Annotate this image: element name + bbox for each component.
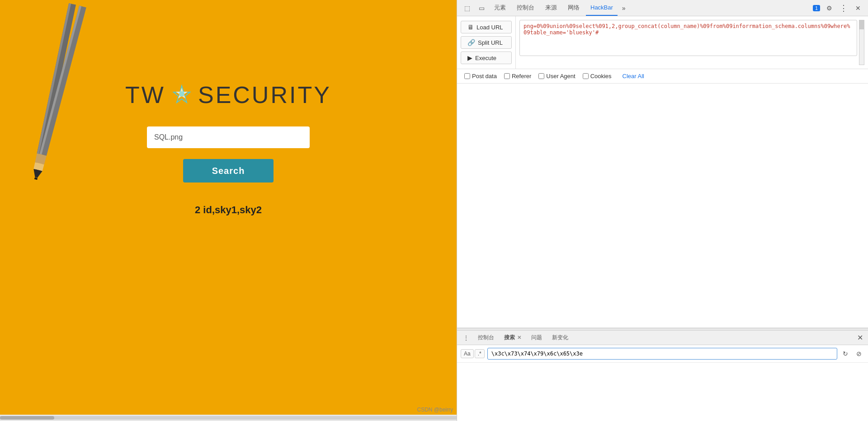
console-tabs: ⋮ 控制台 搜索 ✕ 问题 新变化 ✕: [457, 331, 868, 345]
watermark: CSDN @beirry: [417, 407, 453, 413]
webpage-container: TW SECURITY Search 2 id,sky1,sky2 CSDN @…: [0, 0, 457, 421]
tab-hackbar[interactable]: HackBar: [586, 0, 618, 16]
tab-network[interactable]: 网络: [563, 0, 584, 16]
star-icon: [171, 84, 193, 106]
more-options-icon: ⋮: [840, 3, 848, 13]
close-devtools-icon: ✕: [855, 5, 861, 12]
cookies-checkbox-label[interactable]: Cookies: [583, 73, 612, 80]
settings-icon: ⚙: [826, 5, 832, 12]
url-scrollbar[interactable]: [859, 20, 864, 65]
user-agent-checkbox[interactable]: [538, 73, 544, 79]
console-menu-button[interactable]: ⋮: [460, 332, 472, 344]
svg-rect-7: [39, 5, 81, 154]
split-url-button[interactable]: 🔗 Split URL: [461, 36, 512, 49]
svg-point-14: [179, 91, 184, 97]
checkboxes-row: Post data Referer User Agent Cookies Cle…: [457, 69, 868, 84]
tab-sources[interactable]: 来源: [541, 0, 561, 16]
hackbar-url-area: png=0%09union%09select%091,2,group_conca…: [516, 16, 868, 69]
bottom-scrollbar[interactable]: [0, 415, 457, 421]
more-options-button[interactable]: ⋮: [837, 2, 850, 14]
tab-elements[interactable]: 元素: [490, 0, 510, 16]
hackbar-main: 🖥 Load URL 🔗 Split URL ▶ Execute png=0%0…: [457, 16, 868, 69]
referer-checkbox[interactable]: [504, 73, 510, 79]
console-tab-changes[interactable]: 新变化: [547, 331, 573, 345]
console-tab-search[interactable]: 搜索 ✕: [500, 331, 526, 345]
console-area: ⋮ 控制台 搜索 ✕ 问题 新变化 ✕: [457, 331, 868, 421]
url-scrollbar-thumb: [859, 20, 864, 29]
notification-badge: 1: [813, 5, 820, 11]
console-search-input[interactable]: [487, 348, 837, 360]
console-close-icon: ✕: [857, 333, 863, 342]
site-title-part1: TW: [125, 81, 165, 108]
clear-all-link[interactable]: Clear All: [623, 73, 644, 80]
device-toolbar-button[interactable]: ▭: [475, 2, 488, 14]
more-tabs-button[interactable]: »: [619, 5, 628, 12]
cookies-checkbox[interactable]: [583, 73, 589, 79]
devtools-panel: ⬚ ▭ 元素 控制台 来源 网络 HackBar » 1: [457, 0, 868, 421]
search-refresh-icon: ↻: [843, 350, 848, 357]
tab-console[interactable]: 控制台: [512, 0, 539, 16]
search-cancel-button[interactable]: ⊘: [854, 348, 864, 359]
user-agent-checkbox-label[interactable]: User Agent: [538, 73, 575, 80]
search-refresh-button[interactable]: ↻: [840, 348, 851, 359]
scrollbar-thumb: [0, 416, 54, 420]
console-close-button[interactable]: ✕: [854, 332, 865, 343]
site-title-part2: SECURITY: [198, 81, 331, 108]
pencil-decoration: [0, 0, 122, 190]
console-tab-issues[interactable]: 问题: [527, 331, 547, 345]
load-url-icon: 🖥: [467, 23, 474, 31]
settings-button[interactable]: ⚙: [823, 2, 835, 14]
hackbar-content-area: [457, 84, 868, 328]
inspect-icon: ⬚: [464, 5, 470, 12]
url-textarea[interactable]: png=0%09union%09select%091,2,group_conca…: [519, 20, 857, 56]
console-content: [457, 363, 868, 421]
device-icon: ▭: [479, 5, 485, 12]
site-title: TW SECURITY: [125, 81, 331, 108]
search-input[interactable]: [147, 126, 310, 148]
hackbar-left-buttons: 🖥 Load URL 🔗 Split URL ▶ Execute: [457, 16, 516, 69]
referer-checkbox-label[interactable]: Referer: [504, 73, 531, 80]
devtools-toolbar: ⬚ ▭ 元素 控制台 来源 网络 HackBar » 1: [457, 0, 868, 16]
post-data-checkbox-label[interactable]: Post data: [464, 73, 497, 80]
search-case-sensitive-button[interactable]: Aa: [461, 349, 474, 358]
split-url-icon: 🔗: [467, 39, 475, 46]
search-tab-close[interactable]: ✕: [517, 335, 521, 341]
search-button[interactable]: Search: [183, 159, 274, 182]
execute-button[interactable]: ▶ Execute: [461, 51, 512, 64]
search-result: 2 id,sky1,sky2: [195, 204, 262, 216]
console-search-bar: Aa .* ↻ ⊘: [457, 345, 868, 363]
search-regex-button[interactable]: .*: [475, 349, 485, 358]
hackbar-area: 🖥 Load URL 🔗 Split URL ▶ Execute png=0%0…: [457, 16, 868, 328]
post-data-checkbox[interactable]: [464, 73, 470, 79]
console-tab-console[interactable]: 控制台: [473, 331, 499, 345]
load-url-button[interactable]: 🖥 Load URL: [461, 21, 512, 33]
scrollbar-track: [0, 416, 457, 420]
execute-icon: ▶: [467, 54, 472, 61]
inspect-element-button[interactable]: ⬚: [461, 2, 473, 14]
search-cancel-icon: ⊘: [856, 350, 862, 357]
console-search-options: Aa .*: [461, 349, 485, 358]
close-devtools-button[interactable]: ✕: [852, 2, 864, 14]
